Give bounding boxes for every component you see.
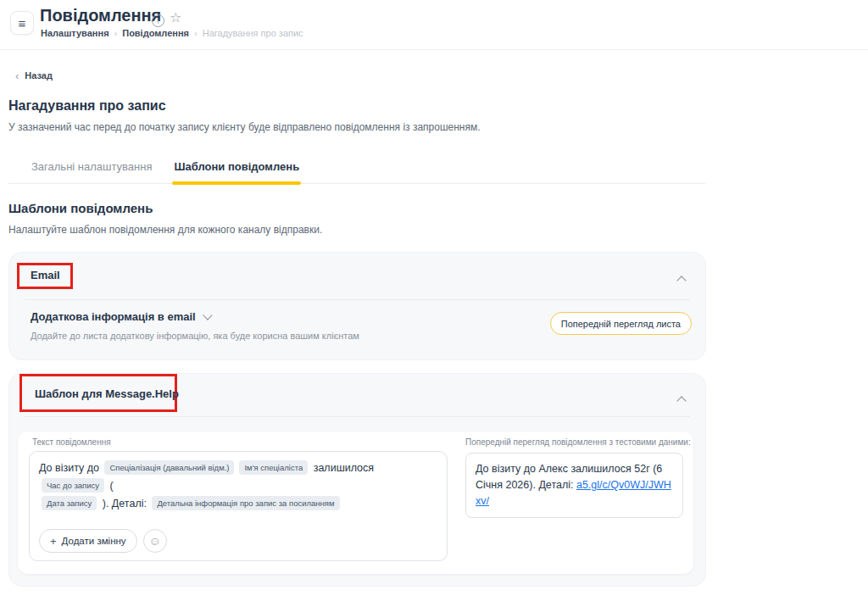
page-title: Нагадування про запис (8, 98, 166, 114)
emoji-icon: ☺ (148, 534, 160, 548)
chevron-up-icon (676, 396, 686, 405)
template-editor-panel: Текст повідомлення До візиту до Спеціалі… (18, 432, 693, 574)
variable-chip[interactable]: Дата запису (42, 496, 97, 510)
message-help-card: Шаблон для Message.Help Текст повідомлен… (8, 373, 706, 587)
back-chevron-icon: ‹ (15, 71, 19, 81)
menu-icon: ≡ (19, 16, 26, 31)
breadcrumb-item[interactable]: Налаштування (41, 28, 109, 38)
preview-label: Попередній перегляд повідомлення з тесто… (465, 437, 691, 447)
chevron-down-icon (203, 310, 212, 320)
message-text: ). Деталі: (99, 498, 149, 510)
email-card-title: Email (31, 269, 60, 281)
breadcrumb-item: Нагадування про запис (203, 28, 303, 38)
chevron-right-icon: › (114, 28, 118, 38)
breadcrumb-item[interactable]: Повідомлення (122, 28, 189, 38)
add-variable-label: Додати змінну (62, 536, 126, 546)
editor-footer: + Додати змінну ☺ (39, 529, 167, 553)
chevron-right-icon: › (194, 28, 198, 38)
email-extra-info-label: Додаткова інформація в email (31, 310, 196, 323)
emoji-picker-button[interactable]: ☺ (143, 529, 167, 553)
email-card: Email Додаткова інформація в email Додай… (8, 252, 706, 360)
page-description: У зазначений час перед до початку запису… (8, 121, 481, 133)
breadcrumb: Налаштування›Повідомлення›Нагадування пр… (41, 28, 303, 38)
screen: ≡ Повідомлення i ☆ Налаштування›Повідомл… (0, 0, 868, 607)
collapse-message-help-card-button[interactable] (673, 391, 690, 408)
variable-chip[interactable]: Ім'я спеціаліста (239, 460, 308, 475)
message-text: До візиту до (39, 462, 102, 474)
collapse-email-card-button[interactable] (673, 270, 690, 287)
menu-button[interactable]: ≡ (10, 11, 34, 35)
email-extra-info-toggle[interactable]: Додаткова інформація в email (31, 310, 211, 323)
section-title: Шаблони повідомлень (8, 201, 153, 215)
back-link-label: Назад (25, 70, 53, 81)
plus-icon: + (50, 535, 57, 548)
header-divider (0, 49, 868, 50)
variable-chip[interactable]: Спеціалізація (давальний відм.) (104, 460, 234, 475)
app-title: Повідомлення (40, 6, 161, 25)
tabs: Загальні налаштуванняШаблони повідомлень (8, 155, 705, 184)
message-content: До візиту до Спеціалізація (давальний ві… (39, 462, 374, 510)
message-text-editor[interactable]: До візиту до Спеціалізація (давальний ві… (29, 451, 448, 561)
chevron-up-icon (676, 276, 686, 285)
back-link[interactable]: ‹ Назад (15, 70, 53, 81)
message-text: залишилося (310, 462, 374, 474)
star-icon[interactable]: ☆ (170, 9, 181, 25)
tab-message-templates[interactable]: Шаблони повідомлень (172, 160, 301, 183)
add-variable-button[interactable]: + Додати змінну (39, 529, 137, 553)
email-card-divider (25, 299, 690, 300)
message-help-card-divider (25, 416, 690, 417)
variable-chip[interactable]: Детальна інформація про запис за посилан… (152, 496, 339, 510)
preview-letter-button[interactable]: Попередній перегляд листа (550, 312, 692, 335)
message-help-card-title: Шаблон для Message.Help (35, 387, 179, 400)
email-extra-info-description: Додайте до листа додаткову інформацію, я… (31, 331, 359, 341)
message-text-label: Текст повідомлення (32, 437, 111, 447)
variable-chip[interactable]: Час до запису (42, 478, 104, 493)
message-preview: До візиту до Алекс залишилося 52г (6 Січ… (465, 453, 683, 518)
section-description: Налаштуйте шаблон повідомлення для кожно… (8, 224, 322, 236)
info-icon[interactable]: i (152, 14, 164, 27)
tab-general-settings[interactable]: Загальні налаштування (30, 160, 153, 183)
message-text: ( (107, 480, 114, 492)
